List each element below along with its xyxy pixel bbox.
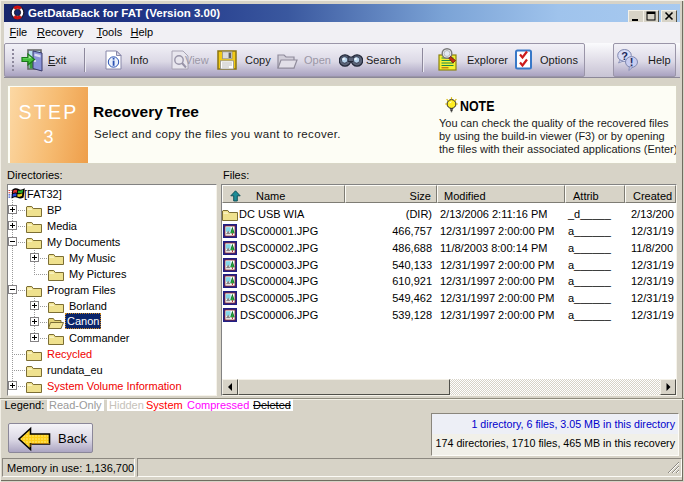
svg-text:!: ! [630, 56, 634, 68]
